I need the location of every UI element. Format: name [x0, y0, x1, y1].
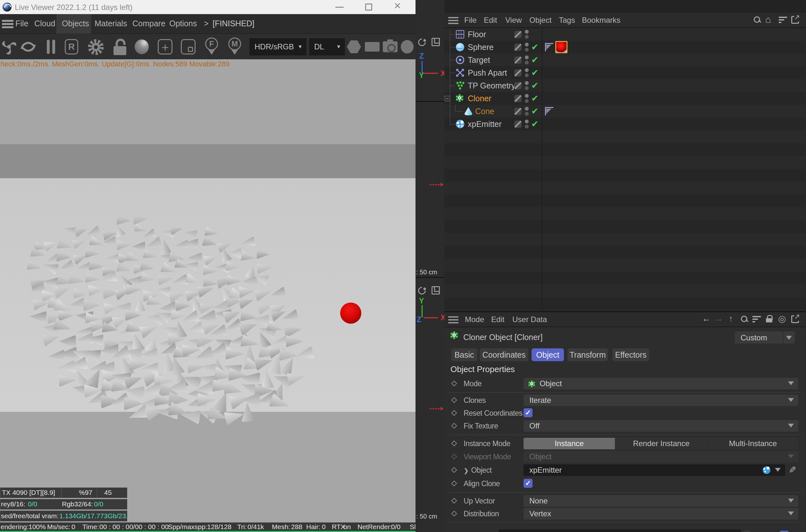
om-menu-file[interactable]: File — [464, 16, 477, 25]
ellipse-icon[interactable] — [401, 40, 414, 54]
layer-toggle[interactable] — [514, 69, 522, 77]
distribution-dropdown[interactable]: Vertex — [524, 508, 798, 519]
flag-tag-icon[interactable] — [545, 107, 554, 115]
region-icon[interactable] — [181, 39, 195, 55]
om-menu-bookmarks[interactable]: Bookmarks — [582, 16, 620, 25]
focus-pin-icon[interactable]: F — [205, 38, 219, 55]
collapse-expander[interactable]: − — [445, 96, 450, 101]
enabled-check-icon[interactable]: ✔ — [531, 66, 539, 79]
tab-transform[interactable]: Transform — [567, 348, 608, 361]
up-arrow-icon[interactable]: ↑ — [729, 314, 733, 324]
forward-arrow-icon[interactable]: → — [715, 314, 723, 324]
enable-checkbox[interactable]: ✓ — [780, 531, 789, 532]
collapse-chevron[interactable] — [742, 530, 752, 532]
hexagon-icon[interactable] — [347, 40, 361, 53]
om-menu-object[interactable]: Object — [529, 16, 551, 25]
material-tag-red[interactable] — [555, 41, 567, 53]
rotate-view-icon[interactable] — [416, 285, 427, 296]
tab-basic[interactable]: Basic — [451, 348, 477, 361]
menu-file[interactable]: File — [15, 19, 28, 28]
layer-toggle[interactable] — [514, 31, 522, 38]
tab-object[interactable]: Object — [531, 348, 564, 361]
tree-row-tp-geometry[interactable]: TP Geometry ✔ — [444, 79, 806, 92]
align-clone-checkbox[interactable]: ✓ — [524, 479, 532, 488]
reset-icon[interactable]: R — [65, 39, 78, 55]
hamburger-icon[interactable] — [448, 316, 458, 323]
search-icon[interactable] — [753, 16, 762, 24]
viewport1-controls[interactable] — [418, 38, 443, 48]
popout-icon[interactable] — [791, 16, 799, 24]
up-vector-dropdown[interactable]: None — [524, 495, 798, 507]
om-menu-tags[interactable]: Tags — [559, 16, 575, 25]
lock-icon[interactable] — [766, 315, 772, 323]
layer-toggle[interactable] — [514, 43, 522, 51]
layer-toggle[interactable] — [514, 95, 522, 102]
enabled-check-icon[interactable]: ✔ — [531, 79, 539, 92]
enabled-check-icon[interactable]: ✔ — [531, 118, 539, 130]
preset-dropdown-arrow[interactable] — [783, 331, 795, 344]
enabled-check-icon[interactable]: ✔ — [531, 54, 539, 66]
enabled-check-icon[interactable]: ✔ — [531, 105, 539, 118]
preset-dropdown[interactable]: Custom — [735, 331, 783, 344]
viewport2-controls[interactable] — [418, 287, 443, 297]
render-viewport[interactable]: heck:0ms./2ms. MeshGen:0ms. Update[G]:0m… — [0, 59, 415, 532]
pause-icon[interactable] — [47, 40, 55, 54]
minimize-button[interactable] — [335, 7, 344, 8]
maximize-view-icon[interactable] — [432, 286, 440, 294]
rotate-view-icon[interactable] — [416, 37, 427, 48]
tree-row-target[interactable]: Target ✔ — [444, 54, 806, 66]
maximize-view-icon[interactable] — [432, 38, 440, 46]
instance-mode-multi-instance[interactable]: Multi-Instance — [708, 438, 798, 449]
filter-icon[interactable] — [752, 316, 761, 323]
engine-dropdown[interactable]: DL ▼ — [309, 38, 345, 55]
tree-row-sphere[interactable]: Sphere ✔ — [444, 41, 806, 54]
material-pin-icon[interactable]: M — [228, 38, 242, 55]
target-icon[interactable]: ◎ — [778, 314, 786, 324]
instance-mode-instance[interactable]: Instance — [524, 438, 615, 449]
close-button[interactable]: ✕ — [394, 1, 401, 11]
layer-toggle[interactable] — [514, 120, 522, 128]
om-menu-edit[interactable]: Edit — [484, 16, 497, 25]
menu-options[interactable]: Options — [169, 19, 197, 28]
popout-icon[interactable] — [791, 315, 799, 323]
gear-icon[interactable] — [87, 38, 105, 56]
menu-compare[interactable]: Compare — [132, 19, 165, 28]
eyedropper-icon[interactable]: ✎ — [789, 465, 796, 475]
sync-icon[interactable] — [19, 38, 37, 56]
reset-coordinates-checkbox[interactable]: ✓ — [524, 408, 532, 417]
tree-row-push-apart[interactable]: Push Apart ✔ — [444, 66, 806, 79]
add-region-icon[interactable]: + — [158, 39, 172, 55]
enabled-check-icon[interactable]: ✔ — [531, 41, 539, 54]
search-icon[interactable] — [740, 315, 749, 323]
enabled-check-icon[interactable]: ✔ — [531, 92, 539, 105]
unlock-icon[interactable] — [111, 37, 129, 56]
colorspace-dropdown[interactable]: HDR/sRGB ▼ — [249, 38, 306, 55]
layer-toggle[interactable] — [514, 82, 522, 90]
rectangle-icon[interactable] — [365, 42, 380, 52]
flag-tag-icon[interactable] — [545, 43, 554, 51]
maximize-button[interactable] — [365, 3, 372, 11]
hamburger-icon[interactable] — [2, 20, 14, 28]
menu-objects[interactable]: Objects — [62, 19, 89, 28]
am-menu-edit[interactable]: Edit — [491, 315, 504, 324]
mode-dropdown[interactable]: Object — [524, 378, 798, 390]
layer-toggle[interactable] — [514, 56, 522, 64]
tree-row-floor[interactable]: Floor — [444, 28, 806, 41]
am-menu-mode[interactable]: Mode — [465, 315, 484, 324]
home-icon[interactable]: ⌂ — [765, 14, 771, 25]
menu-materials[interactable]: Materials — [95, 19, 127, 28]
title-bar[interactable]: Live Viewer 2022.1.2 (11 days left) ✕ — [0, 0, 415, 14]
tab-effectors[interactable]: Effectors — [612, 348, 649, 361]
back-arrow-icon[interactable]: ← — [702, 314, 710, 324]
tree-row-cloner[interactable]: − Cloner ✔ — [444, 92, 806, 105]
tab-coordinates[interactable]: Coordinates — [480, 348, 528, 361]
filter-icon[interactable] — [779, 17, 787, 24]
viewport-mode-dropdown[interactable]: Object — [524, 451, 798, 462]
turbine-icon[interactable] — [1, 38, 17, 55]
selection-field[interactable] — [499, 529, 741, 532]
object-link-field[interactable]: xpEmitter — [524, 464, 785, 476]
om-menu-view[interactable]: View — [505, 16, 522, 25]
menu-cloud[interactable]: Cloud — [34, 19, 55, 28]
instance-mode-render-instance[interactable]: Render Instance — [616, 438, 707, 449]
tree-row-xpemitter[interactable]: xpEmitter ✔ — [444, 118, 806, 130]
